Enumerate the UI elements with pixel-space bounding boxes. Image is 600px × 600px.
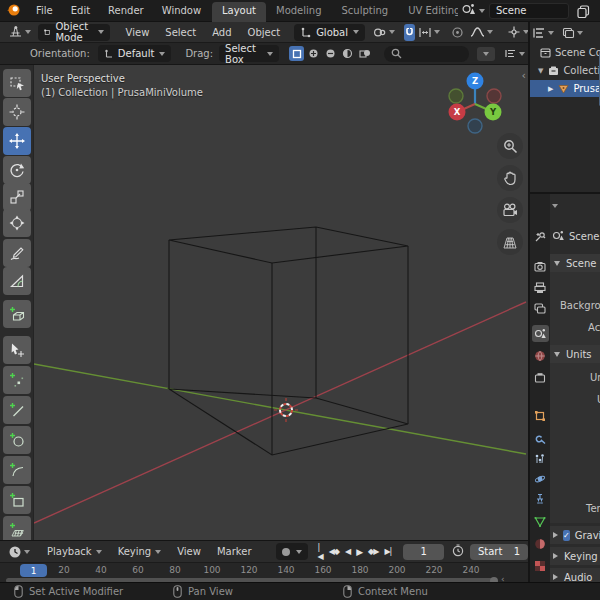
menu-window[interactable]: Window: [153, 5, 210, 16]
menu-marker[interactable]: Marker: [209, 546, 260, 557]
outliner-filter-dropdown[interactable]: [562, 27, 583, 39]
outliner-row-collection[interactable]: ▼ Collection: [530, 62, 600, 79]
tab-output-properties[interactable]: [533, 281, 547, 295]
current-frame-badge[interactable]: 1: [20, 564, 47, 577]
menu-view-timeline[interactable]: View: [169, 546, 209, 557]
disclosure-open-icon[interactable]: ▼: [538, 67, 543, 75]
tab-modeling[interactable]: Modeling: [266, 2, 332, 22]
tool-scale[interactable]: [3, 183, 31, 211]
panel-header-gravity[interactable]: ✓ Gravity: [550, 526, 600, 544]
tab-uv-editing[interactable]: UV Editing: [398, 2, 458, 22]
select-mode-intersect-button[interactable]: [357, 46, 372, 61]
3d-viewport[interactable]: User Perspective (1) Collection | PrusaM…: [0, 65, 528, 540]
tool-search-input[interactable]: [384, 46, 469, 62]
menu-add[interactable]: Add: [204, 27, 239, 38]
outliner-row-scene-collection[interactable]: Scene Collection: [530, 44, 600, 61]
tab-scene-properties[interactable]: [532, 325, 549, 342]
start-frame-field[interactable]: Start 1: [470, 544, 528, 560]
tab-object-properties[interactable]: [533, 409, 547, 423]
tool-transform[interactable]: [3, 209, 31, 237]
tool-add-grid[interactable]: [3, 516, 31, 540]
scene-name-field[interactable]: Scene: [489, 3, 569, 19]
tool-orientation-dropdown[interactable]: Default: [98, 45, 172, 62]
proportional-editing-toggle[interactable]: [448, 23, 467, 41]
tab-tool-properties[interactable]: [533, 230, 547, 244]
menu-render[interactable]: Render: [99, 5, 153, 16]
tab-physics-properties[interactable]: [533, 472, 547, 486]
snap-toggle-button[interactable]: [404, 24, 415, 41]
tool-add-cube[interactable]: [3, 300, 31, 328]
prev-keyframe-button[interactable]: ◀◆: [329, 547, 339, 556]
tab-texture-properties[interactable]: [533, 559, 547, 573]
blender-logo-icon[interactable]: [0, 2, 27, 19]
mode-dropdown[interactable]: Object Mode: [38, 24, 110, 41]
panel-header-scene[interactable]: Scene: [550, 254, 600, 272]
tool-cursor[interactable]: [3, 98, 31, 126]
tab-constraint-properties[interactable]: [533, 492, 547, 506]
sidebar-collapse-arrow[interactable]: ‹: [522, 69, 526, 82]
navigation-gizmo[interactable]: Z X Y: [440, 69, 514, 139]
outliner-display-mode-dropdown[interactable]: [532, 27, 554, 39]
menu-view[interactable]: View: [118, 27, 158, 38]
editor-type-timeline-dropdown[interactable]: [5, 543, 33, 561]
tab-data-properties[interactable]: [533, 515, 547, 529]
tool-settings-options-dropdown[interactable]: [501, 45, 528, 63]
proportional-falloff-dropdown[interactable]: [467, 23, 496, 41]
auto-keying-button[interactable]: [276, 543, 308, 560]
snap-target-dropdown[interactable]: [415, 23, 443, 41]
disclosure-closed-icon[interactable]: ▶: [548, 85, 553, 93]
select-mode-invert-button[interactable]: [340, 46, 355, 61]
current-frame-field[interactable]: 1: [403, 544, 444, 560]
tab-particle-properties[interactable]: [533, 452, 547, 466]
menu-select[interactable]: Select: [157, 27, 204, 38]
panel-header-keying-sets[interactable]: Keying Sets: [550, 547, 600, 565]
perspective-toggle-button[interactable]: [497, 229, 523, 255]
transform-orientation-dropdown[interactable]: Global: [294, 24, 365, 41]
pan-button[interactable]: [497, 165, 523, 191]
camera-view-button[interactable]: [497, 197, 523, 223]
select-mode-subtract-button[interactable]: [323, 46, 338, 61]
tab-view-layer-properties[interactable]: [533, 302, 547, 316]
panel-header-units[interactable]: Units: [550, 345, 600, 363]
new-scene-button[interactable]: [573, 3, 593, 19]
jump-to-start-button[interactable]: |◀: [318, 543, 323, 561]
tab-modifier-properties[interactable]: [533, 432, 547, 446]
menu-file[interactable]: File: [27, 5, 62, 16]
outliner-row-prusaminivolume[interactable]: ▶ PrusaMiniVolume: [530, 80, 600, 97]
tool-tweak[interactable]: [3, 336, 31, 364]
tool-add-point[interactable]: [3, 366, 31, 394]
drag-mode-dropdown[interactable]: Select Box: [219, 45, 279, 62]
next-keyframe-button[interactable]: ◆▶: [368, 547, 378, 556]
tab-world-properties[interactable]: [533, 349, 547, 363]
menu-object[interactable]: Object: [240, 27, 289, 38]
tool-move[interactable]: [3, 127, 31, 155]
select-mode-new-button[interactable]: [289, 46, 304, 61]
tool-measure[interactable]: [3, 267, 31, 295]
tool-select-box[interactable]: [3, 69, 31, 97]
menu-edit[interactable]: Edit: [62, 5, 99, 16]
tool-add-circle[interactable]: [3, 426, 31, 454]
editor-type-3d-viewport-dropdown[interactable]: [5, 23, 34, 41]
tab-layout[interactable]: Layout: [212, 2, 266, 22]
tool-add-line[interactable]: [3, 396, 31, 424]
tool-rotate[interactable]: [3, 156, 31, 184]
menu-playback[interactable]: Playback: [39, 546, 110, 557]
panel-header-audio[interactable]: Audio: [550, 568, 600, 582]
gravity-checkbox[interactable]: ✓: [563, 530, 570, 541]
jump-to-end-button[interactable]: ▶|: [384, 547, 391, 556]
select-mode-extend-button[interactable]: [306, 46, 321, 61]
scene-selector[interactable]: [461, 3, 485, 19]
tool-add-rectangle[interactable]: [3, 486, 31, 514]
tab-material-properties[interactable]: [533, 537, 547, 551]
tab-sculpting[interactable]: Sculpting: [332, 2, 399, 22]
tab-collection-properties[interactable]: [533, 371, 547, 385]
timeline-ruler[interactable]: 1 20 40 60 80 100 120 140 160 180 200 22…: [0, 562, 528, 583]
tool-add-arc[interactable]: [3, 456, 31, 484]
tab-render-properties[interactable]: [533, 260, 547, 274]
pivot-point-dropdown[interactable]: [370, 23, 398, 41]
menu-keying[interactable]: Keying: [110, 546, 170, 557]
zoom-button[interactable]: [497, 133, 523, 159]
tool-settings-collapse-button[interactable]: [477, 47, 495, 61]
play-reverse-button[interactable]: ◀: [345, 547, 350, 556]
tool-annotate[interactable]: [3, 239, 31, 267]
